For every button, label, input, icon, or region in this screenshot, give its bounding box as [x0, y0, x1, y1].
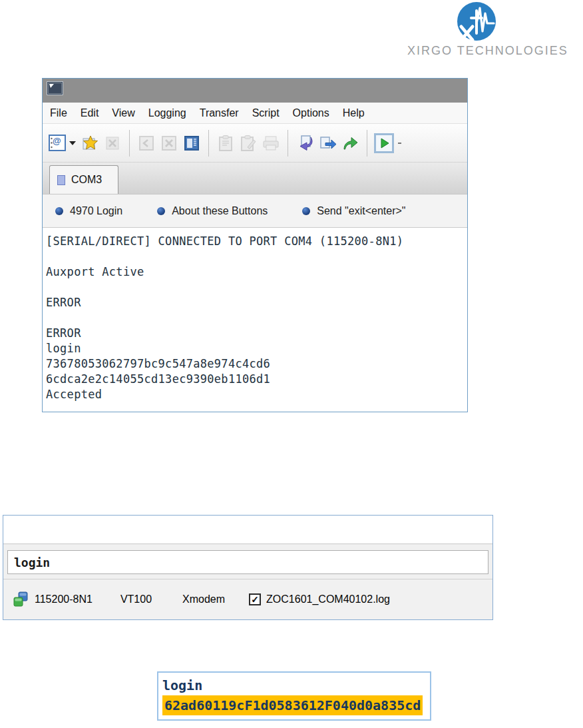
command-input-field[interactable]: login: [7, 550, 488, 574]
toolbar: @: [43, 124, 467, 163]
window-list-button[interactable]: [182, 133, 202, 153]
session-tabbar: COM3: [43, 163, 467, 194]
reply-arrow-button[interactable]: [295, 133, 315, 153]
zoc-terminal-window: File Edit View Logging Transfer Script O…: [42, 78, 468, 412]
session-tab-icon: [57, 175, 65, 185]
log-checkbox[interactable]: ✓: [249, 593, 261, 605]
window-close-button: [159, 133, 179, 153]
dropdown-caret-icon[interactable]: [69, 141, 76, 145]
menu-help[interactable]: Help: [336, 107, 371, 119]
command-input-value: login: [14, 555, 50, 569]
reply-arrow-icon: [296, 135, 314, 152]
quick-button-label: 4970 Login: [70, 205, 122, 217]
hash-command-line: login: [162, 675, 430, 695]
status-connection[interactable]: 115200-8N1: [35, 593, 93, 605]
play-script-button[interactable]: [374, 133, 394, 153]
phonebook-connect-button[interactable]: @: [47, 133, 67, 153]
checkmark-icon: ✓: [251, 595, 259, 604]
at-glyph: @: [53, 136, 61, 146]
bullet-icon: [157, 207, 165, 215]
quick-button-4970-login[interactable]: 4970 Login: [55, 205, 122, 217]
run-script-icon: [341, 135, 359, 152]
toolbar-separator: [367, 130, 367, 157]
xirgo-logo: XIRGO TECHNOLOGIES: [407, 1, 544, 58]
highlight-hash-box: login 62ad60119cF1d0583612F040d0a835cd: [157, 671, 431, 721]
new-favorite-icon: [81, 135, 98, 152]
send-file-icon: [319, 135, 337, 152]
clipboard-edit-button: [238, 133, 258, 153]
send-file-button[interactable]: [317, 133, 337, 153]
menu-options[interactable]: Options: [286, 107, 336, 119]
hash-response-highlighted: 62ad60119cF1d0583612F040d0a835cd: [162, 695, 423, 715]
new-favorite-button[interactable]: [80, 133, 100, 153]
play-script-icon: [374, 133, 394, 153]
menu-file[interactable]: File: [43, 107, 74, 119]
bullet-icon: [55, 207, 63, 215]
paste-icon: [218, 135, 234, 152]
terminal-screen[interactable]: [SERIAL/DIRECT] CONNECTED TO PORT COM4 (…: [43, 228, 467, 411]
run-script-button[interactable]: [340, 133, 360, 153]
connection-status-icon: [12, 591, 29, 608]
menu-transfer[interactable]: Transfer: [193, 107, 246, 119]
quick-button-label: Send "exit<enter>": [317, 205, 405, 217]
clipboard-edit-icon: [240, 135, 257, 152]
tab-com3[interactable]: COM3: [49, 165, 118, 194]
quick-button-bar: 4970 Login About these Buttons Send "exi…: [43, 194, 467, 228]
paste-button: [216, 133, 236, 153]
menu-edit[interactable]: Edit: [74, 107, 106, 119]
toolbar-separator: [208, 130, 209, 157]
print-button: [261, 133, 281, 153]
status-log-file[interactable]: ZOC1601_COM40102.log: [266, 593, 390, 605]
window-close-icon: [160, 135, 178, 152]
window-list-icon: [183, 135, 200, 152]
quick-button-label: About these Buttons: [172, 205, 268, 217]
menubar: File Edit View Logging Transfer Script O…: [43, 103, 467, 124]
status-emulation[interactable]: VT100: [120, 593, 152, 605]
window-titlebar: [43, 79, 467, 103]
print-icon: [262, 135, 280, 151]
command-window-fragment: login 115200-8N1 VT100 Xmodem ✓ ZOC1601_…: [3, 515, 493, 620]
menu-logging[interactable]: Logging: [142, 107, 193, 119]
status-protocol[interactable]: Xmodem: [182, 593, 225, 605]
delete-favorite-icon: [104, 135, 121, 152]
logo-brand-text: XIRGO TECHNOLOGIES: [407, 44, 544, 58]
menu-view[interactable]: View: [105, 107, 141, 119]
bullet-icon: [302, 207, 310, 215]
quick-button-about[interactable]: About these Buttons: [157, 205, 268, 217]
zoc-app-icon[interactable]: [47, 81, 63, 95]
delete-favorite-button: [102, 133, 122, 153]
quick-button-send-exit[interactable]: Send "exit<enter>": [302, 205, 405, 217]
command-output-area: [3, 516, 492, 544]
xirgo-logo-icon: [453, 1, 499, 43]
window-previous-icon: [138, 135, 155, 152]
window-previous-button: [136, 133, 156, 153]
toolbar-separator: [129, 130, 130, 157]
terminal-output: [SERIAL/DIRECT] CONNECTED TO PORT COM4 (…: [46, 234, 467, 402]
command-input-strip: login: [3, 544, 492, 579]
menu-script[interactable]: Script: [246, 107, 286, 119]
status-bar: 115200-8N1 VT100 Xmodem ✓ ZOC1601_COM401…: [3, 579, 492, 619]
session-tab-label: COM3: [71, 174, 102, 186]
toolbar-overflow-dash: [398, 143, 401, 144]
toolbar-separator: [288, 130, 288, 157]
